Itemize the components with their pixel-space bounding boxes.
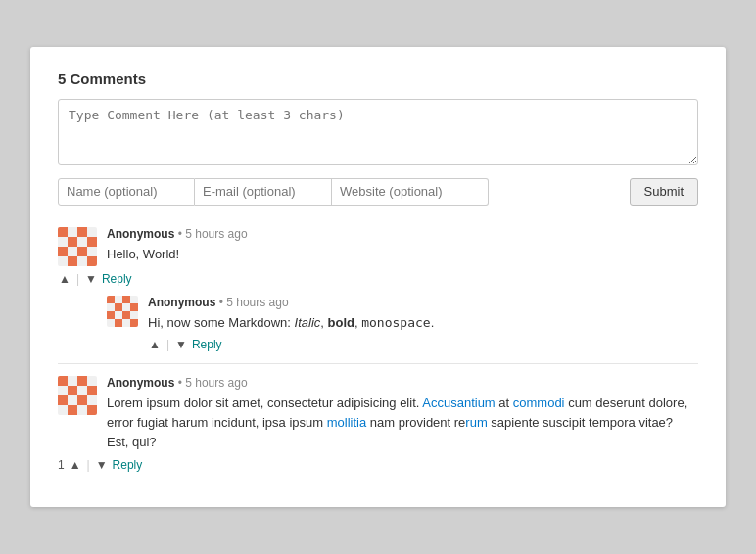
- comment-text: Hello, World!: [107, 245, 698, 264]
- downvote-button[interactable]: ▼: [84, 272, 98, 286]
- comment-time: • 5 hours ago: [219, 296, 289, 309]
- vote-divider: |: [87, 458, 90, 472]
- reply-button[interactable]: Reply: [192, 338, 222, 351]
- separator: [58, 363, 698, 364]
- upvote-button[interactable]: ▲: [69, 458, 82, 472]
- downvote-button[interactable]: ▼: [174, 338, 188, 351]
- reply-button[interactable]: Reply: [102, 272, 132, 286]
- svg-rect-24: [77, 395, 87, 405]
- comment-author: Anonymous: [107, 227, 174, 241]
- vote-divider: |: [76, 272, 79, 286]
- avatar: [58, 376, 97, 415]
- comment-body: Anonymous • 5 hours ago Lorem ipsum dolo…: [107, 376, 698, 452]
- name-input[interactable]: [58, 178, 195, 206]
- svg-rect-4: [87, 237, 97, 247]
- svg-rect-15: [122, 311, 130, 319]
- nested-comment: Anonymous • 5 hours ago Hi, now some Mar…: [107, 296, 698, 352]
- comment-body: Anonymous • 5 hours ago Hello, World!: [107, 227, 698, 264]
- upvote-button[interactable]: ▲: [148, 338, 162, 351]
- svg-rect-7: [68, 256, 77, 266]
- vote-row: ▲ | ▼ Reply: [58, 272, 698, 286]
- comment-main: Anonymous • 5 hours ago Lorem ipsum dolo…: [58, 376, 698, 452]
- comment-meta: Anonymous • 5 hours ago: [107, 227, 698, 241]
- vote-count: 1: [58, 458, 65, 472]
- svg-rect-11: [122, 296, 130, 303]
- avatar: [107, 296, 138, 327]
- svg-rect-19: [58, 376, 68, 386]
- comment-main: Anonymous • 5 hours ago Hello, World!: [58, 227, 698, 266]
- comment-meta: Anonymous • 5 hours ago: [107, 376, 698, 390]
- svg-rect-23: [58, 395, 68, 405]
- upvote-button[interactable]: ▲: [58, 272, 71, 286]
- svg-rect-12: [115, 303, 122, 311]
- downvote-button[interactable]: ▼: [95, 458, 109, 472]
- vote-row: 1 ▲ | ▼ Reply: [58, 458, 698, 472]
- comment-body: Anonymous • 5 hours ago Hi, now some Mar…: [148, 296, 698, 333]
- form-row: Submit: [58, 178, 698, 206]
- svg-rect-20: [77, 376, 87, 386]
- vote-row: ▲ | ▼ Reply: [107, 338, 698, 351]
- comment-time: • 5 hours ago: [178, 227, 248, 241]
- svg-rect-10: [107, 296, 115, 303]
- email-input[interactable]: [195, 178, 332, 206]
- avatar: [58, 227, 97, 266]
- svg-rect-3: [68, 237, 77, 247]
- website-input[interactable]: [332, 178, 489, 206]
- reply-button[interactable]: Reply: [113, 458, 143, 472]
- comments-count: 5 Comments: [58, 70, 698, 87]
- comment-author: Anonymous: [148, 296, 215, 309]
- svg-rect-26: [87, 405, 97, 415]
- nested-main: Anonymous • 5 hours ago Hi, now some Mar…: [107, 296, 698, 333]
- svg-rect-1: [58, 227, 68, 237]
- svg-rect-5: [58, 247, 68, 256]
- comments-list: Anonymous • 5 hours ago Hello, World! ▲ …: [58, 227, 698, 473]
- comment-text: Lorem ipsum dolor sit amet, consectetur …: [107, 393, 698, 452]
- svg-rect-22: [87, 386, 97, 395]
- comments-card: 5 Comments Submit: [30, 47, 726, 508]
- comment-item: Anonymous • 5 hours ago Lorem ipsum dolo…: [58, 376, 698, 472]
- svg-rect-8: [87, 256, 97, 266]
- svg-rect-13: [130, 303, 138, 311]
- comment-meta: Anonymous • 5 hours ago: [148, 296, 698, 309]
- svg-rect-2: [77, 227, 87, 237]
- submit-button[interactable]: Submit: [630, 178, 698, 206]
- svg-rect-6: [77, 247, 87, 256]
- svg-rect-14: [107, 311, 115, 319]
- comment-time: • 5 hours ago: [178, 376, 248, 390]
- comment-author: Anonymous: [107, 376, 174, 390]
- comment-form: Submit: [58, 99, 698, 206]
- svg-rect-17: [130, 319, 138, 327]
- svg-rect-21: [68, 386, 77, 395]
- vote-divider: |: [166, 338, 169, 351]
- svg-rect-25: [68, 405, 77, 415]
- comment-text: Hi, now some Markdown: Italic, bold, mon…: [148, 313, 698, 333]
- comment-item: Anonymous • 5 hours ago Hello, World! ▲ …: [58, 227, 698, 352]
- svg-rect-16: [115, 319, 122, 327]
- comment-textarea[interactable]: [58, 99, 698, 165]
